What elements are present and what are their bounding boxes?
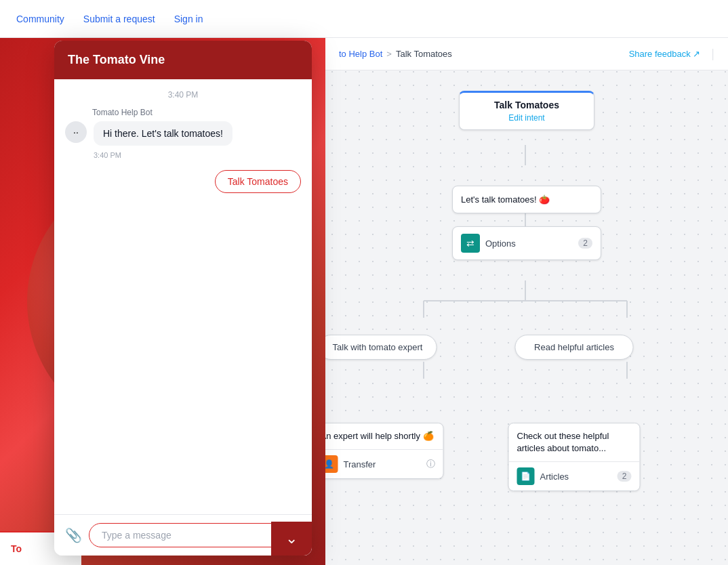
nav-submit-request[interactable]: Submit a request <box>83 14 155 24</box>
share-feedback-link[interactable]: Share feedback ↗ <box>629 49 701 59</box>
branch-right-node[interactable]: Read helpful articles <box>515 335 634 360</box>
branch-right-label: Read helpful articles <box>534 342 614 352</box>
info-icon-left[interactable]: ⓘ <box>426 458 435 470</box>
chat-scroll-down-button[interactable]: ⌄ <box>271 522 312 556</box>
result-left-footer: 👤 Transfer ⓘ <box>325 449 443 478</box>
nav-sign-in[interactable]: Sign in <box>174 14 203 24</box>
chat-title: The Tomato Vine <box>68 53 165 66</box>
start-node-title: Talk Tomatoes <box>460 93 594 113</box>
branch-left-node[interactable]: Talk with tomato expert <box>325 335 437 360</box>
breadcrumb-link[interactable]: to Help Bot <box>339 49 382 59</box>
articles-icon: 📄 <box>517 467 535 485</box>
nav-community[interactable]: Community <box>16 14 64 24</box>
options-icon: ⇄ <box>461 234 480 253</box>
result-left-text: An expert will help shortly 🍊 <box>325 423 443 449</box>
chat-input[interactable] <box>89 523 301 547</box>
result-right-footer: 📄 Articles 2 <box>509 461 640 490</box>
result-right-text: Check out these helpful articles about t… <box>509 423 640 461</box>
breadcrumb-separator: > <box>386 49 392 59</box>
options-node[interactable]: ⇄ Options 2 <box>452 226 601 260</box>
transfer-label: Transfer <box>344 459 421 469</box>
top-nav: Community Submit a request Sign in <box>0 0 728 38</box>
user-response: Talk Tomatoes <box>65 170 301 193</box>
flow-panel: to Help Bot > Talk Tomatoes Share feedba… <box>325 38 728 565</box>
articles-label: Articles <box>540 472 612 482</box>
articles-count: 2 <box>618 471 632 482</box>
chat-timestamp: 3:40 PM <box>65 90 301 100</box>
chevron-down-icon: ⌄ <box>285 530 298 547</box>
flow-topbar: to Help Bot > Talk Tomatoes Share feedba… <box>325 38 728 70</box>
bot-name: Tomato Help Bot <box>92 108 301 117</box>
start-node: Talk Tomatoes Edit intent <box>459 91 594 130</box>
flow-canvas: Talk Tomatoes Edit intent Let's talk tom… <box>325 70 728 565</box>
result-right-node[interactable]: Check out these helpful articles about t… <box>508 423 641 491</box>
chat-widget: The Tomato Vine 3:40 PM Tomato Help Bot … <box>54 41 312 556</box>
transfer-icon: 👤 <box>325 455 338 473</box>
options-count: 2 <box>578 238 592 249</box>
message-node[interactable]: Let's talk tomatoes! 🍅 <box>452 186 601 213</box>
attach-icon[interactable]: 📎 <box>65 527 82 543</box>
chat-body: 3:40 PM Tomato Help Bot ·· Hi there. Let… <box>54 79 312 514</box>
options-label: Options <box>485 238 573 249</box>
user-bubble: Talk Tomatoes <box>215 170 301 193</box>
breadcrumb-current: Talk Tomatoes <box>396 49 452 59</box>
options-header: ⇄ Options 2 <box>453 227 601 259</box>
bot-message-time: 3:40 PM <box>94 151 301 159</box>
topbar-divider: | <box>711 47 714 61</box>
bot-avatar: ·· <box>65 121 87 143</box>
bot-bubble: Hi there. Let's talk tomatoes! <box>94 121 232 146</box>
message-text: Let's talk tomatoes! 🍅 <box>461 194 592 205</box>
breadcrumb: to Help Bot > Talk Tomatoes <box>339 49 452 59</box>
bot-message-row: ·· Hi there. Let's talk tomatoes! <box>65 121 301 146</box>
result-left-node[interactable]: An expert will help shortly 🍊 👤 Transfer… <box>325 423 444 479</box>
edit-intent-link[interactable]: Edit intent <box>460 113 594 129</box>
branch-left-label: Talk with tomato expert <box>333 342 423 352</box>
chat-header: The Tomato Vine <box>54 41 312 79</box>
